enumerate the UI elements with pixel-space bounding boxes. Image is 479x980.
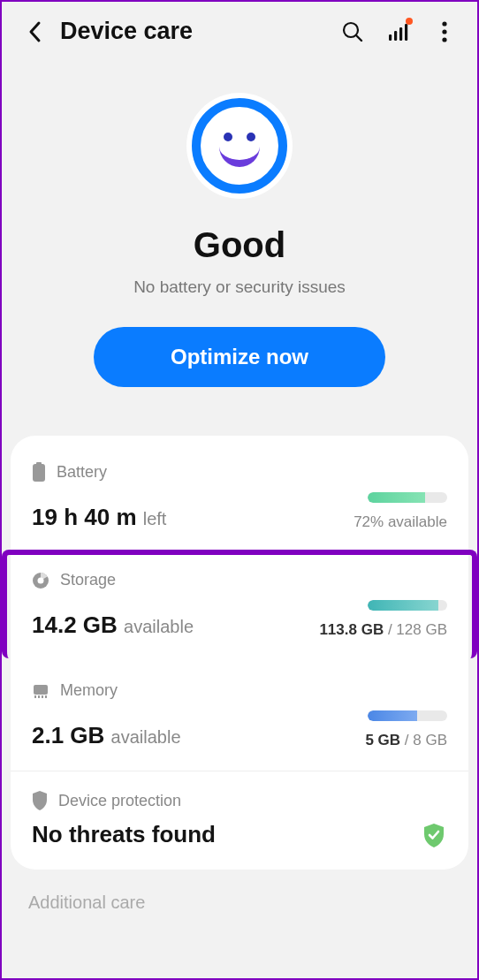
svg-rect-3 (394, 31, 397, 41)
svg-rect-13 (34, 685, 48, 695)
storage-value: 14.2 GB available (32, 612, 194, 639)
storage-usage: 113.8 GB / 128 GB (319, 621, 447, 639)
storage-meter (368, 600, 447, 611)
storage-label: Storage (60, 571, 116, 589)
memory-label: Memory (60, 681, 118, 700)
svg-rect-10 (33, 464, 45, 482)
memory-row[interactable]: Memory 2.1 GB available 5 GB / 8 GB (11, 662, 468, 771)
svg-rect-4 (399, 27, 402, 41)
memory-value: 2.1 GB available (32, 722, 181, 749)
svg-line-1 (356, 35, 361, 41)
svg-rect-15 (38, 695, 40, 698)
svg-point-8 (442, 37, 446, 42)
svg-point-6 (442, 21, 446, 26)
battery-percent: 72% available (354, 513, 447, 531)
battery-label: Battery (57, 463, 107, 482)
protection-row[interactable]: Device protection No threats found (11, 771, 468, 870)
memory-meter (368, 710, 447, 721)
status-title: Good (28, 225, 451, 265)
battery-row[interactable]: Battery 19 h 40 m left 72% available (11, 443, 468, 553)
battery-value: 19 h 40 m left (32, 504, 166, 531)
memory-icon (32, 683, 49, 699)
shield-check-icon (421, 822, 447, 848)
battery-icon (32, 462, 46, 482)
storage-row[interactable]: Storage 14.2 GB available 113.8 GB / 128… (2, 550, 477, 658)
status-subtitle: No battery or security issues (28, 277, 451, 297)
optimize-button[interactable]: Optimize now (94, 327, 385, 387)
status-smiley-icon (186, 93, 293, 199)
battery-meter (368, 492, 447, 503)
page-title: Device care (60, 18, 329, 45)
svg-rect-2 (389, 34, 392, 41)
shield-icon (32, 791, 48, 810)
search-icon[interactable] (341, 20, 364, 43)
svg-rect-16 (42, 695, 43, 698)
app-header: Device care (2, 2, 477, 57)
protection-status: No threats found (32, 821, 216, 848)
svg-rect-5 (405, 24, 407, 41)
additional-care-row[interactable]: Additional care (2, 870, 477, 922)
header-actions (341, 20, 456, 43)
memory-usage: 5 GB / 8 GB (365, 732, 447, 749)
signal-bars-icon[interactable] (387, 20, 410, 43)
back-icon[interactable] (23, 19, 48, 44)
svg-point-12 (38, 577, 44, 583)
svg-rect-14 (34, 695, 36, 698)
storage-icon (32, 572, 49, 589)
more-options-icon[interactable] (433, 20, 456, 43)
svg-rect-17 (45, 695, 47, 698)
stats-card: Battery 19 h 40 m left 72% available Sto… (11, 436, 468, 870)
svg-point-7 (442, 29, 446, 34)
protection-label: Device protection (58, 792, 181, 810)
hero-section: Good No battery or security issues Optim… (2, 57, 477, 436)
notification-dot (406, 18, 413, 25)
